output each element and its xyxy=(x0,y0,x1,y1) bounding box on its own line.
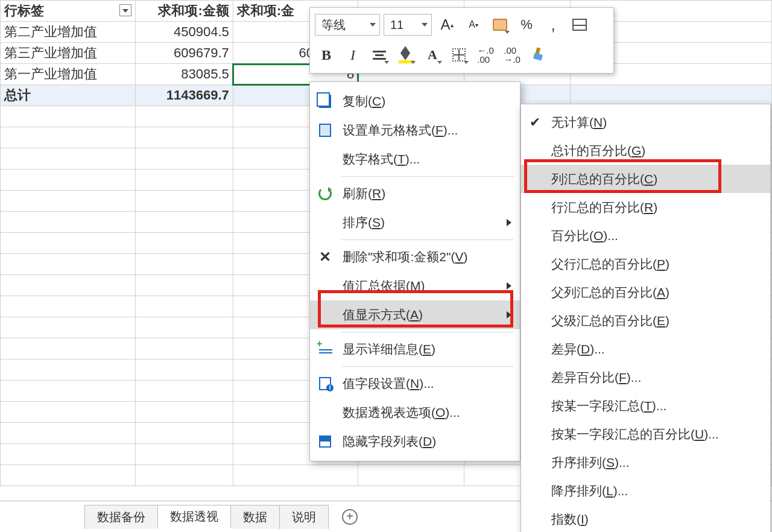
format-cells-icon xyxy=(319,124,331,137)
context-menu: 复制(C) 设置单元格格式(F)... 数字格式(T)... 刷新(R) 排序(… xyxy=(309,81,520,461)
cell-styles-button[interactable] xyxy=(489,13,511,36)
fill-color-button[interactable] xyxy=(394,43,417,66)
row-value1[interactable]: 83085.5 xyxy=(135,64,233,85)
comma-format-button[interactable]: , xyxy=(542,13,565,36)
sub-difference[interactable]: 差异(D)... xyxy=(521,335,770,363)
ctx-number-format[interactable]: 数字格式(T)... xyxy=(310,145,520,174)
font-select[interactable]: 等线 xyxy=(315,14,380,36)
refresh-icon xyxy=(318,187,332,200)
field-settings-icon xyxy=(319,377,331,390)
chevron-down-icon xyxy=(422,23,428,27)
field-list-icon xyxy=(319,435,331,448)
row-value1[interactable]: 609679.7 xyxy=(135,43,233,64)
borders-button[interactable] xyxy=(448,43,470,66)
sheet-tab-pivot[interactable]: 数据透视 xyxy=(157,505,231,529)
paintbrush-icon xyxy=(533,48,545,62)
header-sum2: 求和项:金 xyxy=(237,3,294,18)
ctx-copy[interactable]: 复制(C) xyxy=(310,87,520,116)
bold-button[interactable]: B xyxy=(315,43,338,66)
separator xyxy=(341,366,514,367)
sub-no-calculation[interactable]: ✔ 无计算(N) xyxy=(521,108,770,136)
total-value1[interactable]: 1143669.7 xyxy=(135,85,233,106)
separator xyxy=(341,239,514,240)
checkmark-icon: ✔ xyxy=(530,115,540,130)
decrease-font-button[interactable]: A▾ xyxy=(462,13,485,36)
separator xyxy=(341,332,514,332)
ctx-show-values-as[interactable]: 值显示方式(A) xyxy=(310,300,520,329)
sub-pct-parent-col[interactable]: 父列汇总的百分比(A) xyxy=(521,278,770,306)
ctx-show-details[interactable]: 显示详细信息(E) xyxy=(310,335,520,364)
font-size-select[interactable]: 11 xyxy=(384,14,432,36)
sub-rank-desc[interactable]: 降序排列(L)... xyxy=(521,477,770,505)
sub-running-total[interactable]: 按某一字段汇总(T)... xyxy=(521,391,770,420)
sub-percent-of[interactable]: 百分比(O)... xyxy=(521,221,770,250)
percent-format-button[interactable]: % xyxy=(515,13,538,36)
sheet-tab-data[interactable]: 数据 xyxy=(230,505,280,529)
sub-pct-difference[interactable]: 差异百分比(F)... xyxy=(521,363,770,391)
sheet-tab-desc[interactable]: 说明 xyxy=(279,505,329,529)
decrease-decimal-button[interactable]: .00 →.0 xyxy=(501,43,524,66)
ctx-value-field-settings[interactable]: 值字段设置(N)... xyxy=(310,369,520,398)
sub-pct-parent[interactable]: 父级汇总的百分比(E) xyxy=(521,306,770,335)
rowlabels-filter-dropdown[interactable] xyxy=(119,4,131,16)
italic-button[interactable]: I xyxy=(341,43,364,66)
font-name: 等线 xyxy=(321,17,346,33)
ctx-remove-field[interactable]: ✕ 删除"求和项:金额2"(V) xyxy=(310,242,520,271)
new-sheet-button[interactable]: + xyxy=(338,505,362,529)
mini-toolbar: 等线 11 A▴ A▾ % , B I A ←.0 .00 .00 →.0 xyxy=(309,7,614,74)
show-values-as-submenu: ✔ 无计算(N) 总计的百分比(G) 列汇总的百分比(C) 行汇总的百分比(R)… xyxy=(520,104,771,532)
ctx-summarize-by[interactable]: 值汇总依据(M) xyxy=(310,271,520,300)
font-color-button[interactable]: A xyxy=(421,43,444,66)
header-sum1: 求和项:金额 xyxy=(158,3,229,18)
sub-rank-asc[interactable]: 升序排列(S)... xyxy=(521,448,770,477)
ctx-format-cells[interactable]: 设置单元格格式(F)... xyxy=(310,116,520,145)
total-label[interactable]: 总计 xyxy=(1,85,136,106)
font-size: 11 xyxy=(390,18,403,32)
sheet-tab-backup[interactable]: 数据备份 xyxy=(84,505,158,529)
sub-pct-grand-total[interactable]: 总计的百分比(G) xyxy=(521,136,770,165)
sub-pct-running-total[interactable]: 按某一字段汇总的百分比(U)... xyxy=(521,420,770,448)
increase-font-button[interactable]: A▴ xyxy=(435,13,458,36)
ctx-refresh[interactable]: 刷新(R) xyxy=(310,179,520,208)
align-button[interactable] xyxy=(368,43,391,66)
sub-index[interactable]: 指数(I) xyxy=(521,505,770,532)
x-icon: ✕ xyxy=(319,249,331,265)
header-rowlabels: 行标签 xyxy=(4,3,44,18)
merge-icon xyxy=(572,19,587,31)
paint-bucket-icon xyxy=(399,48,413,62)
row-value1[interactable]: 450904.5 xyxy=(135,22,233,43)
plus-icon: + xyxy=(342,509,358,525)
row-label[interactable]: 第二产业增加值 xyxy=(1,22,136,43)
separator xyxy=(341,176,514,177)
align-center-icon xyxy=(373,51,386,60)
merge-cells-button[interactable] xyxy=(568,13,591,36)
increase-decimal-button[interactable]: ←.0 .00 xyxy=(474,43,497,66)
sub-pct-parent-row[interactable]: 父行汇总的百分比(P) xyxy=(521,250,770,278)
copy-icon xyxy=(319,95,331,108)
ctx-pivottable-options[interactable]: 数据透视表选项(O)... xyxy=(310,398,520,427)
sub-pct-row-total[interactable]: 行汇总的百分比(R) xyxy=(521,193,770,221)
format-painter-button[interactable] xyxy=(527,43,550,66)
row-label[interactable]: 第一产业增加值 xyxy=(1,64,136,85)
sub-pct-column-total[interactable]: 列汇总的百分比(C) xyxy=(521,165,770,193)
ctx-sort[interactable]: 排序(S) xyxy=(310,208,520,237)
ctx-hide-field-list[interactable]: 隐藏字段列表(D) xyxy=(310,427,520,456)
cell-style-icon xyxy=(493,19,507,31)
borders-icon xyxy=(452,48,466,62)
expand-icon xyxy=(319,344,331,354)
chevron-down-icon xyxy=(370,23,376,27)
row-label[interactable]: 第三产业增加值 xyxy=(1,43,136,64)
